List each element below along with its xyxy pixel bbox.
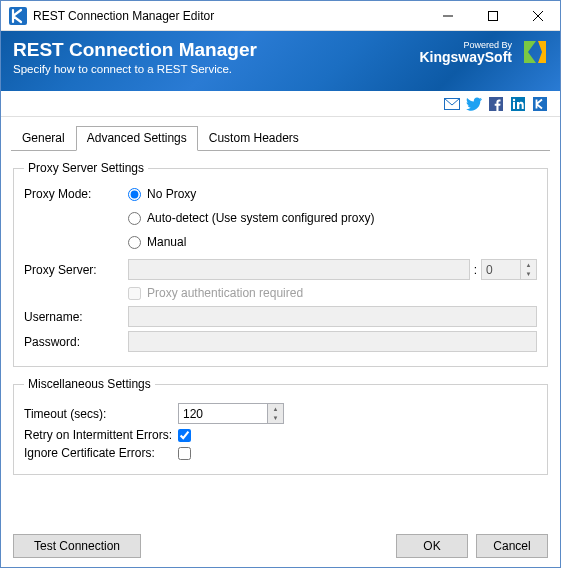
- radio-no-proxy-input[interactable]: [128, 188, 141, 201]
- port-spin-down: ▼: [521, 270, 536, 280]
- bottom-bar: Test Connection OK Cancel: [1, 525, 560, 567]
- facebook-icon[interactable]: [488, 96, 504, 112]
- proxy-port-input: [481, 259, 521, 280]
- radio-no-proxy-label: No Proxy: [147, 187, 196, 201]
- svg-rect-0: [9, 7, 27, 25]
- radio-auto-detect[interactable]: Auto-detect (Use system configured proxy…: [128, 211, 374, 225]
- password-label: Password:: [24, 335, 128, 349]
- minimize-button[interactable]: [425, 1, 470, 30]
- svg-rect-8: [513, 102, 515, 109]
- tab-general[interactable]: General: [11, 126, 76, 151]
- radio-manual-input[interactable]: [128, 236, 141, 249]
- email-icon[interactable]: [444, 96, 460, 112]
- radio-auto-detect-label: Auto-detect (Use system configured proxy…: [147, 211, 374, 225]
- close-icon: [533, 11, 543, 21]
- ok-button[interactable]: OK: [396, 534, 468, 558]
- proxy-auth-label: Proxy authentication required: [147, 286, 303, 300]
- window: REST Connection Manager Editor REST Conn…: [0, 0, 561, 568]
- proxy-server-input: [128, 259, 470, 280]
- timeout-spin-down[interactable]: ▼: [268, 414, 283, 424]
- svg-rect-10: [533, 97, 547, 111]
- misc-settings-group: Miscellaneous Settings Timeout (secs): ▲…: [13, 377, 548, 475]
- proxy-auth-checkbox: [128, 287, 141, 300]
- password-input: [128, 331, 537, 352]
- timeout-input[interactable]: [178, 403, 268, 424]
- retry-label: Retry on Intermittent Errors:: [24, 428, 178, 442]
- timeout-spinner[interactable]: ▲ ▼: [268, 403, 284, 424]
- window-title: REST Connection Manager Editor: [33, 9, 425, 23]
- proxy-auth-row: Proxy authentication required: [128, 286, 537, 300]
- proxy-mode-options: No Proxy Auto-detect (Use system configu…: [128, 187, 374, 249]
- retry-checkbox[interactable]: [178, 429, 191, 442]
- username-label: Username:: [24, 310, 128, 324]
- radio-manual-label: Manual: [147, 235, 186, 249]
- test-connection-button[interactable]: Test Connection: [13, 534, 141, 558]
- close-button[interactable]: [515, 1, 560, 30]
- username-input: [128, 306, 537, 327]
- tab-custom-headers[interactable]: Custom Headers: [198, 126, 310, 151]
- cancel-button[interactable]: Cancel: [476, 534, 548, 558]
- brand-text: Powered By KingswaySoft: [419, 41, 512, 64]
- proxy-server-label: Proxy Server:: [24, 263, 128, 277]
- ignore-cert-label: Ignore Certificate Errors:: [24, 446, 178, 460]
- timeout-label: Timeout (secs):: [24, 407, 178, 421]
- k-icon[interactable]: [532, 96, 548, 112]
- titlebar: REST Connection Manager Editor: [1, 1, 560, 31]
- port-spin-up: ▲: [521, 260, 536, 270]
- brand-logo-icon: [522, 39, 548, 65]
- proxy-mode-label: Proxy Mode:: [24, 187, 128, 201]
- minimize-icon: [443, 11, 453, 21]
- svg-point-9: [513, 98, 515, 100]
- window-controls: [425, 1, 560, 30]
- maximize-button[interactable]: [470, 1, 515, 30]
- twitter-icon[interactable]: [466, 96, 482, 112]
- social-row: [1, 91, 560, 117]
- ignore-cert-checkbox[interactable]: [178, 447, 191, 460]
- proxy-server-settings-group: Proxy Server Settings Proxy Mode: No Pro…: [13, 161, 548, 367]
- radio-manual[interactable]: Manual: [128, 235, 374, 249]
- linkedin-icon[interactable]: [510, 96, 526, 112]
- maximize-icon: [488, 11, 498, 21]
- header-band: REST Connection Manager Specify how to c…: [1, 31, 560, 91]
- misc-legend: Miscellaneous Settings: [24, 377, 155, 391]
- port-spinner: ▲ ▼: [521, 259, 537, 280]
- proxy-legend: Proxy Server Settings: [24, 161, 148, 175]
- brand-area: Powered By KingswaySoft: [419, 39, 548, 65]
- svg-rect-2: [488, 11, 497, 20]
- radio-no-proxy[interactable]: No Proxy: [128, 187, 374, 201]
- tab-advanced-settings[interactable]: Advanced Settings: [76, 126, 198, 151]
- tabs: General Advanced Settings Custom Headers: [11, 125, 550, 151]
- brand-name: KingswaySoft: [419, 50, 512, 64]
- tab-content: Proxy Server Settings Proxy Mode: No Pro…: [1, 151, 560, 525]
- proxy-colon: :: [474, 263, 477, 277]
- radio-auto-detect-input[interactable]: [128, 212, 141, 225]
- app-icon: [9, 7, 27, 25]
- timeout-spin-up[interactable]: ▲: [268, 404, 283, 414]
